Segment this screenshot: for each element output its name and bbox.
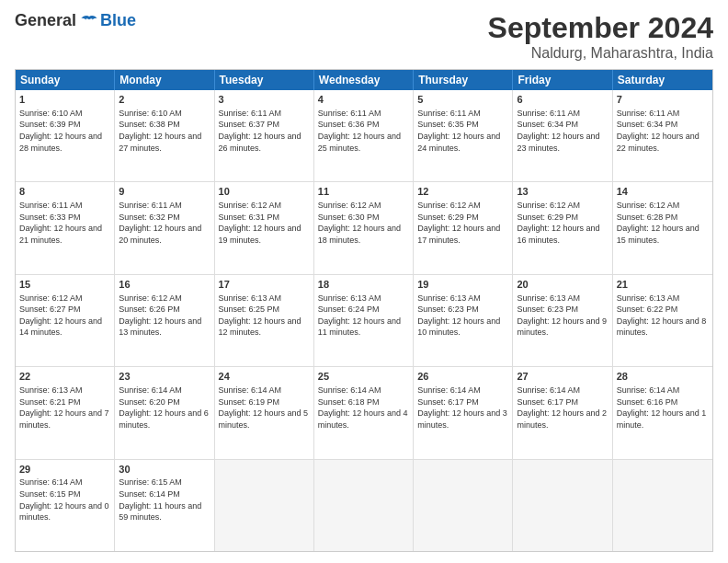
- day-number: 26: [417, 370, 508, 384]
- day-info: Sunrise: 6:11 AMSunset: 6:33 PMDaylight:…: [19, 200, 110, 246]
- calendar-cell: 24Sunrise: 6:14 AMSunset: 6:19 PMDayligh…: [215, 367, 314, 458]
- logo-bird-icon: [80, 12, 98, 30]
- day-info: Sunrise: 6:12 AMSunset: 6:31 PMDaylight:…: [219, 200, 310, 246]
- day-info: Sunrise: 6:12 AMSunset: 6:26 PMDaylight:…: [119, 293, 210, 339]
- day-info: Sunrise: 6:13 AMSunset: 6:23 PMDaylight:…: [417, 293, 508, 339]
- day-info: Sunrise: 6:11 AMSunset: 6:34 PMDaylight:…: [517, 108, 608, 154]
- day-info: Sunrise: 6:11 AMSunset: 6:35 PMDaylight:…: [417, 108, 508, 154]
- page: General Blue September 2024 Naldurg, Mah…: [0, 0, 728, 563]
- calendar-cell: [513, 460, 612, 551]
- calendar-cell: 13Sunrise: 6:12 AMSunset: 6:29 PMDayligh…: [513, 182, 612, 273]
- day-info: Sunrise: 6:12 AMSunset: 6:29 PMDaylight:…: [517, 200, 608, 246]
- calendar-cell: 8Sunrise: 6:11 AMSunset: 6:33 PMDaylight…: [16, 182, 115, 273]
- calendar-header-wednesday: Wednesday: [314, 70, 414, 90]
- day-number: 20: [517, 278, 608, 292]
- calendar-header-thursday: Thursday: [414, 70, 513, 90]
- day-info: Sunrise: 6:14 AMSunset: 6:18 PMDaylight:…: [318, 385, 409, 431]
- calendar-week-1: 1Sunrise: 6:10 AMSunset: 6:39 PMDaylight…: [16, 90, 712, 182]
- calendar-cell: 22Sunrise: 6:13 AMSunset: 6:21 PMDayligh…: [16, 367, 115, 458]
- day-info: Sunrise: 6:13 AMSunset: 6:25 PMDaylight:…: [219, 293, 310, 339]
- calendar-week-4: 22Sunrise: 6:13 AMSunset: 6:21 PMDayligh…: [16, 367, 712, 459]
- calendar-title: September 2024: [488, 11, 713, 45]
- day-number: 7: [617, 93, 709, 107]
- day-number: 11: [318, 185, 409, 199]
- calendar-header-monday: Monday: [115, 70, 214, 90]
- calendar-cell: 7Sunrise: 6:11 AMSunset: 6:34 PMDaylight…: [613, 90, 712, 181]
- calendar-cell: 30Sunrise: 6:15 AMSunset: 6:14 PMDayligh…: [115, 460, 214, 551]
- calendar-subtitle: Naldurg, Maharashtra, India: [488, 45, 713, 62]
- day-info: Sunrise: 6:10 AMSunset: 6:39 PMDaylight:…: [19, 108, 110, 154]
- calendar-cell: 20Sunrise: 6:13 AMSunset: 6:23 PMDayligh…: [513, 275, 612, 366]
- day-number: 21: [617, 278, 709, 292]
- calendar-header-sunday: Sunday: [16, 70, 115, 90]
- day-info: Sunrise: 6:11 AMSunset: 6:36 PMDaylight:…: [318, 108, 409, 154]
- day-info: Sunrise: 6:12 AMSunset: 6:27 PMDaylight:…: [19, 293, 110, 339]
- header: General Blue September 2024 Naldurg, Mah…: [15, 11, 713, 62]
- calendar-cell: 25Sunrise: 6:14 AMSunset: 6:18 PMDayligh…: [314, 367, 414, 458]
- day-number: 17: [219, 278, 310, 292]
- calendar-cell: 17Sunrise: 6:13 AMSunset: 6:25 PMDayligh…: [215, 275, 314, 366]
- day-info: Sunrise: 6:14 AMSunset: 6:19 PMDaylight:…: [219, 385, 310, 431]
- title-block: September 2024 Naldurg, Maharashtra, Ind…: [488, 11, 713, 62]
- calendar-cell: 10Sunrise: 6:12 AMSunset: 6:31 PMDayligh…: [215, 182, 314, 273]
- day-number: 30: [119, 463, 210, 477]
- day-info: Sunrise: 6:13 AMSunset: 6:24 PMDaylight:…: [318, 293, 409, 339]
- calendar-cell: [314, 460, 414, 551]
- calendar-cell: 26Sunrise: 6:14 AMSunset: 6:17 PMDayligh…: [414, 367, 513, 458]
- calendar-cell: 12Sunrise: 6:12 AMSunset: 6:29 PMDayligh…: [414, 182, 513, 273]
- day-number: 3: [219, 93, 310, 107]
- day-number: 22: [19, 370, 110, 384]
- day-number: 19: [417, 278, 508, 292]
- calendar: SundayMondayTuesdayWednesdayThursdayFrid…: [15, 69, 713, 552]
- calendar-cell: 23Sunrise: 6:14 AMSunset: 6:20 PMDayligh…: [115, 367, 214, 458]
- day-number: 15: [19, 278, 110, 292]
- day-number: 29: [19, 463, 110, 477]
- day-number: 12: [417, 185, 508, 199]
- day-number: 4: [318, 93, 409, 107]
- calendar-header-friday: Friday: [513, 70, 612, 90]
- day-info: Sunrise: 6:14 AMSunset: 6:17 PMDaylight:…: [517, 385, 608, 431]
- calendar-cell: [215, 460, 314, 551]
- calendar-week-2: 8Sunrise: 6:11 AMSunset: 6:33 PMDaylight…: [16, 182, 712, 274]
- calendar-body: 1Sunrise: 6:10 AMSunset: 6:39 PMDaylight…: [16, 90, 712, 551]
- calendar-cell: 28Sunrise: 6:14 AMSunset: 6:16 PMDayligh…: [613, 367, 712, 458]
- calendar-cell: 9Sunrise: 6:11 AMSunset: 6:32 PMDaylight…: [115, 182, 214, 273]
- calendar-cell: 11Sunrise: 6:12 AMSunset: 6:30 PMDayligh…: [314, 182, 414, 273]
- day-number: 16: [119, 278, 210, 292]
- calendar-cell: 6Sunrise: 6:11 AMSunset: 6:34 PMDaylight…: [513, 90, 612, 181]
- calendar-header-row: SundayMondayTuesdayWednesdayThursdayFrid…: [16, 70, 712, 90]
- calendar-header-saturday: Saturday: [613, 70, 712, 90]
- day-number: 27: [517, 370, 608, 384]
- day-number: 9: [119, 185, 210, 199]
- day-info: Sunrise: 6:13 AMSunset: 6:21 PMDaylight:…: [19, 385, 110, 431]
- calendar-cell: 29Sunrise: 6:14 AMSunset: 6:15 PMDayligh…: [16, 460, 115, 551]
- day-info: Sunrise: 6:14 AMSunset: 6:17 PMDaylight:…: [417, 385, 508, 431]
- day-number: 6: [517, 93, 608, 107]
- day-number: 13: [517, 185, 608, 199]
- calendar-cell: 5Sunrise: 6:11 AMSunset: 6:35 PMDaylight…: [414, 90, 513, 181]
- day-number: 24: [219, 370, 310, 384]
- calendar-cell: 3Sunrise: 6:11 AMSunset: 6:37 PMDaylight…: [215, 90, 314, 181]
- day-info: Sunrise: 6:12 AMSunset: 6:28 PMDaylight:…: [617, 200, 709, 246]
- day-info: Sunrise: 6:10 AMSunset: 6:38 PMDaylight:…: [119, 108, 210, 154]
- calendar-cell: 2Sunrise: 6:10 AMSunset: 6:38 PMDaylight…: [115, 90, 214, 181]
- logo-blue: Blue: [100, 11, 136, 30]
- calendar-cell: 15Sunrise: 6:12 AMSunset: 6:27 PMDayligh…: [16, 275, 115, 366]
- day-info: Sunrise: 6:14 AMSunset: 6:20 PMDaylight:…: [119, 385, 210, 431]
- calendar-cell: 27Sunrise: 6:14 AMSunset: 6:17 PMDayligh…: [513, 367, 612, 458]
- calendar-week-5: 29Sunrise: 6:14 AMSunset: 6:15 PMDayligh…: [16, 460, 712, 551]
- day-info: Sunrise: 6:12 AMSunset: 6:29 PMDaylight:…: [417, 200, 508, 246]
- calendar-cell: 16Sunrise: 6:12 AMSunset: 6:26 PMDayligh…: [115, 275, 214, 366]
- calendar-cell: [613, 460, 712, 551]
- calendar-week-3: 15Sunrise: 6:12 AMSunset: 6:27 PMDayligh…: [16, 275, 712, 367]
- day-number: 23: [119, 370, 210, 384]
- calendar-cell: [414, 460, 513, 551]
- day-info: Sunrise: 6:14 AMSunset: 6:15 PMDaylight:…: [19, 477, 110, 523]
- day-number: 8: [19, 185, 110, 199]
- day-info: Sunrise: 6:12 AMSunset: 6:30 PMDaylight:…: [318, 200, 409, 246]
- calendar-header-tuesday: Tuesday: [215, 70, 314, 90]
- day-info: Sunrise: 6:11 AMSunset: 6:37 PMDaylight:…: [219, 108, 310, 154]
- day-info: Sunrise: 6:11 AMSunset: 6:32 PMDaylight:…: [119, 200, 210, 246]
- day-info: Sunrise: 6:14 AMSunset: 6:16 PMDaylight:…: [617, 385, 709, 431]
- day-number: 5: [417, 93, 508, 107]
